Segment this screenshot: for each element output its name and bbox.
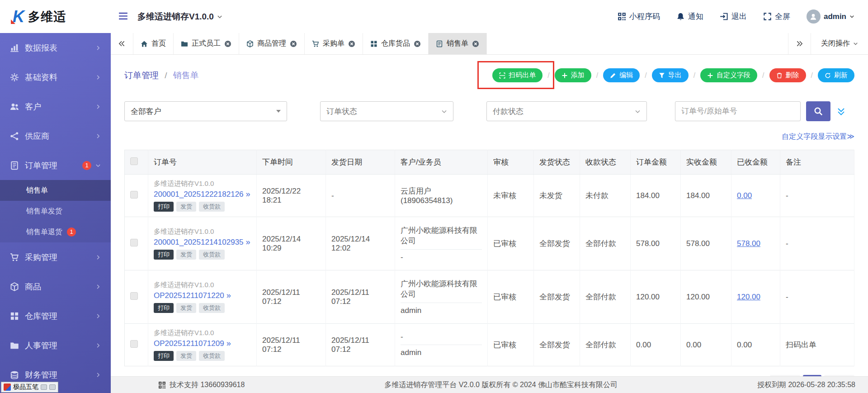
tech-support-text: 技术支持 13660939618: [170, 380, 245, 390]
col-header-ship-status[interactable]: 发货状态: [534, 150, 580, 175]
ime-keyboard-icon[interactable]: [41, 384, 47, 390]
tab-product-management[interactable]: 商品管理: [239, 33, 305, 54]
tab-close-icon[interactable]: [414, 40, 421, 47]
tab-employees[interactable]: 正式员工: [174, 33, 239, 54]
sidebar-subitem-sales-returns[interactable]: 销售单退货 1: [0, 222, 111, 242]
tab-close-icon[interactable]: [290, 40, 297, 47]
add-button[interactable]: 添加: [555, 68, 591, 82]
sidebar-subitem-sales-order[interactable]: 销售单: [0, 180, 111, 201]
col-header-remark[interactable]: 备注: [780, 150, 854, 175]
col-header-received-amount[interactable]: 实收金额: [681, 150, 731, 175]
order-expand-icon[interactable]: »: [246, 189, 250, 199]
customer-select[interactable]: 全部客户: [124, 101, 287, 121]
sidebar-item-label: 采购管理: [25, 252, 57, 263]
delete-button[interactable]: 删除: [769, 68, 806, 82]
table-row[interactable]: 多维适进销存V1.0.0 OP20251211071209 » 打印发货收货款 …: [125, 324, 854, 366]
order-tag[interactable]: 打印: [154, 351, 174, 361]
order-tag[interactable]: 发货: [176, 250, 196, 260]
sidebar-item-label: 客户: [25, 101, 41, 112]
order-expand-icon[interactable]: »: [226, 339, 231, 348]
breadcrumb-parent[interactable]: 订单管理: [124, 71, 159, 80]
collected-amount-link[interactable]: 0.00: [737, 341, 752, 349]
order-number-link[interactable]: OP20251211071220: [154, 291, 224, 300]
tab-sales-order[interactable]: 销售单: [429, 33, 487, 54]
custom-field-button[interactable]: 自定义字段: [700, 68, 757, 82]
order-tag[interactable]: 打印: [154, 202, 174, 212]
fullscreen-button[interactable]: 全屏: [763, 11, 790, 22]
row-checkbox[interactable]: [130, 292, 138, 300]
order-tag[interactable]: 收货款: [199, 202, 225, 212]
table-row[interactable]: 多维适进销存V1.0.0 200001_20251222182126 » 打印发…: [125, 175, 854, 217]
tab-purchase-order[interactable]: 采购单: [305, 33, 363, 54]
custom-field-settings-link[interactable]: 自定义字段显示设置≫: [782, 133, 854, 140]
sidebar-item-purchase-management[interactable]: 采购管理: [0, 242, 111, 272]
logout-button[interactable]: 退出: [720, 11, 747, 22]
col-header-pay-status[interactable]: 收款状态: [580, 150, 631, 175]
search-button[interactable]: [806, 101, 830, 121]
close-operations-dropdown[interactable]: 关闭操作: [811, 33, 868, 54]
row-checkbox[interactable]: [130, 340, 138, 348]
sidebar-item-order-management[interactable]: 订单管理 1: [0, 151, 111, 180]
tab-warehouse-goods[interactable]: 仓库货品: [363, 33, 429, 54]
ime-settings-icon[interactable]: [49, 384, 56, 390]
col-header-collected-amount[interactable]: 已收金额: [731, 150, 780, 175]
refresh-button[interactable]: 刷新: [818, 68, 854, 82]
notifications-button[interactable]: 通知: [676, 11, 703, 22]
app-title-dropdown[interactable]: 多维适进销存V1.0.0: [137, 11, 222, 23]
select-all-checkbox[interactable]: [130, 157, 138, 165]
sidebar-item-products[interactable]: 商品: [0, 272, 111, 301]
order-tag[interactable]: 打印: [154, 250, 174, 260]
order-expand-icon[interactable]: »: [246, 237, 250, 247]
edit-button[interactable]: 编辑: [603, 68, 640, 82]
table-row[interactable]: 多维适进销存V1.0.0 200001_20251214102935 » 打印发…: [125, 217, 854, 270]
row-checkbox[interactable]: [130, 191, 138, 199]
col-header-order-no[interactable]: 订单号: [148, 150, 257, 175]
ime-toolbar[interactable]: 极品五笔: [1, 382, 58, 393]
sidebar-item-hr-management[interactable]: 人事管理: [0, 331, 111, 360]
expand-filters-button[interactable]: [837, 107, 845, 116]
order-search-input[interactable]: [675, 102, 800, 121]
order-number-link[interactable]: OP20251211071209: [154, 339, 224, 348]
tabs-scroll-right-button[interactable]: [788, 33, 811, 54]
menu-toggle-icon[interactable]: [118, 10, 128, 23]
payment-status-select[interactable]: 付款状态: [486, 101, 647, 121]
order-tag[interactable]: 收货款: [199, 303, 225, 313]
col-header-order-time[interactable]: 下单时间: [257, 150, 326, 175]
tab-close-icon[interactable]: [472, 40, 479, 47]
export-button[interactable]: 导出: [652, 68, 689, 82]
order-status-select[interactable]: 订单状态: [320, 101, 453, 121]
collected-amount-link[interactable]: 578.00: [737, 239, 760, 248]
grid-icon: [370, 40, 377, 47]
collected-amount-link[interactable]: 0.00: [737, 191, 752, 200]
tab-close-icon[interactable]: [348, 40, 355, 47]
order-number-link[interactable]: 200001_20251222182126: [154, 190, 244, 199]
tabs-scroll-left-button[interactable]: [111, 33, 133, 54]
user-menu[interactable]: admin: [807, 9, 854, 24]
table-row[interactable]: 多维适进销存V1.0.0 OP20251211071220 » 打印发货收货款 …: [125, 270, 854, 324]
sidebar-item-basic-data[interactable]: 基础资料: [0, 62, 111, 92]
col-header-audit[interactable]: 审核: [488, 150, 534, 175]
col-header-customer[interactable]: 客户/业务员: [395, 150, 488, 175]
order-tag[interactable]: 打印: [154, 303, 174, 313]
order-number-link[interactable]: 200001_20251214102935: [154, 238, 244, 247]
sidebar-subitem-sales-shipping[interactable]: 销售单发货: [0, 201, 111, 222]
scan-out-button[interactable]: 扫码出单: [492, 68, 542, 82]
order-tag[interactable]: 发货: [176, 351, 196, 361]
miniprogram-qr-button[interactable]: 小程序码: [618, 11, 660, 22]
tab-close-icon[interactable]: [224, 40, 231, 47]
sidebar-item-customers[interactable]: 客户: [0, 92, 111, 121]
order-tag[interactable]: 收货款: [199, 351, 225, 361]
sidebar-item-data-reports[interactable]: 数据报表: [0, 33, 111, 62]
order-expand-icon[interactable]: »: [226, 291, 231, 300]
app-logo[interactable]: K 多维适: [0, 9, 111, 25]
order-tag[interactable]: 发货: [176, 303, 196, 313]
sidebar-item-suppliers[interactable]: 供应商: [0, 121, 111, 151]
sidebar-item-warehouse-management[interactable]: 仓库管理: [0, 301, 111, 331]
col-header-ship-date[interactable]: 发货日期: [326, 150, 395, 175]
tab-home[interactable]: 首页: [133, 33, 174, 54]
col-header-order-amount[interactable]: 订单金额: [631, 150, 681, 175]
order-tag[interactable]: 收货款: [199, 250, 225, 260]
order-tag[interactable]: 发货: [176, 202, 196, 212]
row-checkbox[interactable]: [130, 239, 138, 246]
collected-amount-link[interactable]: 120.00: [737, 293, 760, 301]
